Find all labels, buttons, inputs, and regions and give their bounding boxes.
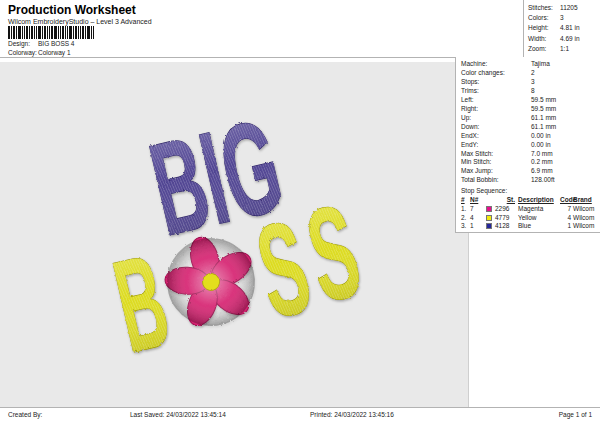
col-code: Code — [560, 196, 573, 205]
machine-panel: Machine:Tajima Color changes:2 Stops:3 T… — [455, 57, 600, 233]
seq-brand: Wilcom — [573, 214, 598, 223]
trims-label: Trims: — [461, 87, 531, 96]
left-value: 59.5 mm — [531, 96, 556, 103]
summary-row-width: Width:4.69 in — [528, 34, 600, 44]
machine-label: Machine: — [461, 60, 531, 69]
stop-sequence-row: 2. 4 4779 Yellow 4 Wilcom — [461, 214, 600, 223]
total-bobbin-value: 128.00ft — [531, 176, 555, 183]
machine-row: Up:61.1 mm — [461, 114, 600, 123]
summary-box: Stitches:11205 Colors:3 Height:4.81 in W… — [523, 0, 600, 57]
stitches-label: Stitches: — [528, 3, 560, 13]
stops-label: Stops: — [461, 78, 531, 87]
seq-n: 7 — [470, 205, 486, 214]
stop-sequence-title: Stop Sequence: — [461, 187, 600, 195]
machine-row: EndX:0.00 in — [461, 132, 600, 141]
machine-row: Min Stitch:0.2 mm — [461, 158, 600, 167]
width-value: 4.69 in — [560, 35, 580, 42]
trims-value: 8 — [531, 87, 535, 94]
header: Production Worksheet Wilcom EmbroiderySt… — [0, 0, 600, 58]
summary-row-height: Height:4.81 in — [528, 23, 600, 33]
app-subtitle: Wilcom EmbroideryStudio – Level 3 Advanc… — [8, 18, 152, 25]
last-saved-text: Last Saved: 24/03/2022 13:45:14 — [130, 411, 226, 418]
seq-code: 7 — [560, 205, 573, 214]
max-stitch-value: 7.0 mm — [531, 150, 553, 157]
zoom-label: Zoom: — [528, 44, 560, 54]
seq-st: 4779 — [495, 214, 518, 223]
printed-text: Printed: 24/03/2022 13:45:16 — [310, 411, 394, 418]
stop-sequence-row: 1. 7 2296 Magenta 7 Wilcom — [461, 205, 600, 214]
left-label: Left: — [461, 96, 531, 105]
production-worksheet-page: Production Worksheet Wilcom EmbroiderySt… — [0, 0, 600, 424]
endy-label: EndY: — [461, 141, 531, 150]
design-row: Design:BIG BOSS 4 — [8, 40, 75, 47]
page-title: Production Worksheet — [8, 3, 136, 17]
up-label: Up: — [461, 114, 531, 123]
machine-row: Trims:8 — [461, 87, 600, 96]
color-changes-label: Color changes: — [461, 69, 531, 78]
colors-label: Colors: — [528, 13, 560, 23]
summary-row-colors: Colors:3 — [528, 13, 600, 23]
stop-sequence-header: # N# St. Description Code Brand — [461, 196, 600, 205]
machine-row: EndY:0.00 in — [461, 141, 600, 150]
color-changes-value: 2 — [531, 69, 535, 76]
endx-label: EndX: — [461, 132, 531, 141]
thread-swatch-yellow — [486, 215, 492, 221]
design-value: BIG BOSS 4 — [38, 40, 75, 47]
seq-code: 1 — [560, 222, 573, 231]
machine-row: Max Jump:6.9 mm — [461, 167, 600, 176]
min-stitch-value: 0.2 mm — [531, 158, 553, 165]
seq-brand: Wilcom — [573, 205, 598, 214]
stops-value: 3 — [531, 78, 535, 85]
machine-row: Max Stitch:7.0 mm — [461, 150, 600, 159]
seq-st: 2296 — [495, 205, 518, 214]
summary-row-zoom: Zoom:1:1 — [528, 44, 600, 54]
machine-row: Stops:3 — [461, 78, 600, 87]
colorway-label: Colorway: — [8, 49, 38, 56]
machine-row: Machine:Tajima — [461, 60, 600, 69]
summary-row-stitches: Stitches:11205 — [528, 3, 600, 13]
seq-code: 4 — [560, 214, 573, 223]
design-label: Design: — [8, 40, 38, 47]
seq-n: 4 — [470, 214, 486, 223]
width-label: Width: — [528, 34, 560, 44]
thread-swatch-blue — [486, 223, 492, 229]
max-stitch-label: Max Stitch: — [461, 150, 531, 159]
right-value: 59.5 mm — [531, 105, 556, 112]
machine-row: Total Bobbin:128.00ft — [461, 176, 600, 185]
col-brand: Brand — [573, 196, 598, 205]
embroidery-design: BIG BIG BIG B B B — [0, 62, 469, 407]
col-num: # — [461, 196, 470, 205]
seq-num: 3. — [461, 222, 470, 231]
right-label: Right: — [461, 105, 531, 114]
height-label: Height: — [528, 23, 560, 33]
design-canvas: BIG BIG BIG B B B — [0, 62, 469, 407]
seq-n: 1 — [470, 222, 486, 231]
endx-value: 0.00 in — [531, 132, 551, 139]
col-description: Description — [518, 196, 560, 205]
thread-swatch-magenta — [486, 206, 492, 212]
page-number: Page 1 of 1 — [559, 411, 592, 418]
barcode — [8, 26, 94, 39]
seq-description: Blue — [518, 222, 560, 231]
machine-value: Tajima — [531, 60, 550, 67]
machine-row: Right:59.5 mm — [461, 105, 600, 114]
height-value: 4.81 in — [560, 24, 580, 31]
up-value: 61.1 mm — [531, 114, 556, 121]
seq-description: Magenta — [518, 205, 560, 214]
footer: Created By: Last Saved: 24/03/2022 13:45… — [0, 407, 600, 424]
max-jump-value: 6.9 mm — [531, 167, 553, 174]
seq-description: Yellow — [518, 214, 560, 223]
machine-row: Left:59.5 mm — [461, 96, 600, 105]
min-stitch-label: Min Stitch: — [461, 158, 531, 167]
seq-brand: Wilcom — [573, 222, 598, 231]
seq-st: 4128 — [495, 222, 518, 231]
col-n: N# — [470, 196, 486, 205]
seq-num: 1. — [461, 205, 470, 214]
total-bobbin-label: Total Bobbin: — [461, 176, 531, 185]
created-by-label: Created By: — [8, 411, 42, 418]
stop-sequence-row: 3. 1 4128 Blue 1 Wilcom — [461, 222, 600, 231]
stitches-value: 11205 — [560, 4, 578, 11]
colorway-row: Colorway:Colorway 1 — [8, 49, 71, 56]
colors-value: 3 — [560, 14, 564, 21]
endy-value: 0.00 in — [531, 141, 551, 148]
